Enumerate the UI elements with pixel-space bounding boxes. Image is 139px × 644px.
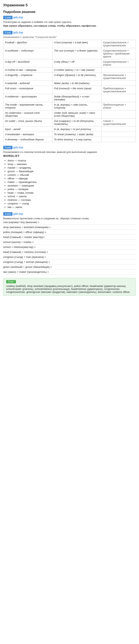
table-row: Full moon – полнолуниеFull (полный) + th… [3, 86, 136, 94]
exercise-title: Упражнение 5 [3, 3, 136, 7]
table-row: The inside – внутренняя часть, сторонаIn… [3, 102, 136, 110]
step-1-bold: Нам нужно образовать составные слова, чт… [3, 24, 136, 27]
equation-item: police (полиция) + officer (офицер) = [3, 231, 136, 234]
table-row: A breakwater – волнорезTo break (ломать)… [3, 132, 136, 137]
watermark-2: gdz.top [13, 31, 23, 34]
equation-item: cow (корова)+ boy (мальчик) = [3, 221, 136, 225]
step-3-desc: Ознакомимся со списком полезной лексики,… [3, 150, 136, 154]
table-row: A waterfall – водопадWater (вода) + to f… [3, 81, 136, 86]
table-row: A driveway – подъездная дорогаTo drive (… [3, 137, 136, 142]
equation-item: congress (съезд) + woman (женщина) = [3, 260, 136, 264]
watermark-1: gdz.top [13, 16, 23, 19]
list-item: mistress — госпожа [7, 198, 136, 202]
table-row: Input – вкладIn (в, внутрь) + to put (кл… [3, 127, 136, 132]
step-4: 4 шаг gdz.top Внимательно прочитаем слов… [3, 212, 136, 274]
list-item: grocer — бакалейщик [7, 170, 136, 173]
result-box: Ответ cowboy (ковбой), shop assistant (п… [3, 278, 136, 296]
list-item: assistant — помощник [7, 184, 136, 187]
equation-item: shop (магазин) + assistant (помощник) = [3, 226, 136, 230]
watermark-4: gdz.top [13, 212, 23, 215]
equation-item: green (зелёный) + grocer (бакалейщик) = [3, 266, 136, 270]
equation-item: head (главный) + master (мастер)= [3, 236, 136, 240]
table-row: A sunflower – подсолнухThe sun (солнце) … [3, 48, 136, 59]
step-3-label: 3 шаг [3, 146, 12, 149]
list-item: congress — съезд [7, 202, 136, 205]
list-item: custom — обычай [7, 174, 136, 176]
list-item: police — полиция [7, 188, 136, 191]
table-row: A mother-in-law – свекровьA mother (мать… [3, 68, 136, 72]
step-2-label: 2 шаг [3, 31, 12, 34]
list-item: shop — магазин [7, 163, 136, 166]
list-item: head — глава, голова [7, 191, 136, 194]
wordlist: dress — платьеshop — магазинmaster — вла… [3, 159, 136, 208]
watermark-3: gdz.top [13, 146, 23, 149]
step-3: 3 шаг gdz.top Ознакомимся со списком пол… [3, 146, 136, 208]
list-item: maker — производитель [7, 180, 136, 184]
section-subtitle: Подробное решение [3, 10, 136, 14]
list-item: school — школа [7, 195, 136, 198]
equation-item: head (главный) + mistress (госпожа) = [3, 250, 136, 254]
table-row: An outlet – сток, рынок сбытаOut (снаруж… [3, 118, 136, 127]
step-1-label: 1 шаг [3, 16, 12, 19]
list-item: dress — платье [7, 159, 136, 162]
equation-item: school (школа) + master = [3, 240, 136, 244]
rule-intro: Ознакомимся с правилом "Compound words" [3, 36, 136, 38]
result-text: cowboy (ковбой), shop assistant (продаве… [6, 284, 133, 294]
step-1: 1 шаг gdz.top Посмотрим на задание и пой… [3, 16, 136, 27]
wordlist-title: WORDLIST [3, 154, 136, 158]
equation-item: law (закон) + maker (производитель) = [3, 270, 136, 274]
step-4-desc: Внимательно прочитаем слова и соединим и… [3, 217, 136, 220]
equation-list: cow (корова)+ boy (мальчик) =shop (магаз… [3, 221, 136, 274]
equation-item: congress (съезд) + man (мужчина) = [3, 256, 136, 260]
table-row: A nobleman – аристократNoble (благородны… [3, 94, 136, 102]
table-row: A day off – выходнойA day (день) + offСу… [3, 59, 136, 68]
compound-table: Football – футболA foot (ступня) + a bal… [3, 40, 136, 142]
result-label: Ответ [6, 280, 16, 283]
table-row: A dragonfly – стрекозаA dragon (дракон) … [3, 72, 136, 81]
step-4-label: 4 шаг [3, 212, 12, 216]
list-item: officer — офицер [7, 177, 136, 180]
list-item: master — владелец [7, 166, 136, 169]
step-2: 2 шаг gdz.top Ознакомимся с правилом "Co… [3, 31, 136, 142]
step-1-desc: Посмотрим на задание и поймём что нам ну… [3, 20, 136, 24]
table-row: Football – футболA foot (ступня) + a bal… [3, 40, 136, 48]
equation-item: school + mistress(мастер) = [3, 246, 136, 250]
list-item: law — закон [7, 206, 136, 208]
table-row: An underclass – низший слой обществаUnde… [3, 110, 136, 118]
